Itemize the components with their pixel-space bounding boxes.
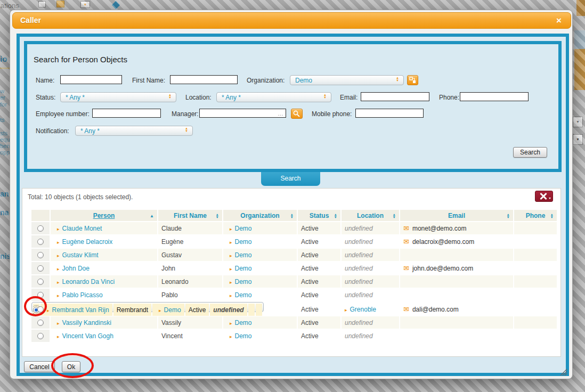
first-name-cell: Leonardo — [158, 275, 222, 288]
link-arrow-icon: ▸ — [230, 266, 232, 272]
row-radio-button[interactable] — [37, 333, 44, 339]
person-link[interactable]: Claude Monet — [62, 225, 102, 232]
person-cell: ▸Rembrandt Van Rijn — [40, 304, 112, 316]
radio-cell — [31, 235, 50, 248]
notification-label: Notification: — [36, 127, 69, 135]
person-link[interactable]: Eugène Delacroix — [62, 238, 113, 246]
location-undefined: undefined — [345, 319, 373, 326]
envelope-icon: ✉ — [403, 238, 409, 246]
status-cell: Active — [298, 222, 340, 234]
person-link[interactable]: Pablo Picasso — [62, 291, 103, 299]
name-input[interactable] — [60, 75, 122, 84]
organization-select-value: Demo — [295, 77, 312, 84]
magnifier-icon — [291, 109, 302, 118]
organization-link[interactable]: Demo — [235, 332, 252, 340]
row-radio-button[interactable] — [37, 252, 44, 258]
email-cell — [400, 316, 513, 329]
column-header-status[interactable]: Status▲▼ — [298, 210, 340, 221]
column-header-first-name[interactable]: First Name▲▼ — [158, 210, 222, 221]
person-cell: ▸Pablo Picasso — [51, 289, 157, 301]
first-name-cell: Vassily — [158, 316, 222, 329]
organization-link[interactable]: Demo — [235, 251, 252, 259]
column-header-person[interactable]: Person▲ — [51, 210, 157, 221]
person-link[interactable]: Gustav Klimt — [62, 251, 99, 259]
resize-handle-icon[interactable] — [558, 367, 568, 377]
location-undefined: undefined — [345, 278, 373, 285]
column-header-organization[interactable]: Organization▲▼ — [223, 210, 297, 221]
link-arrow-icon: ▸ — [57, 253, 60, 258]
phone-input[interactable] — [460, 92, 529, 101]
close-icon[interactable]: × — [554, 15, 564, 26]
status-select-value: * Any * — [66, 94, 85, 101]
organization-link[interactable]: Demo — [235, 291, 252, 299]
organization-link[interactable]: Demo — [235, 265, 252, 272]
search-button[interactable]: Search — [513, 147, 547, 158]
sort-asc-icon: ▲ — [150, 213, 154, 218]
sort-both-icon: ▲▼ — [393, 213, 396, 218]
phone-cell — [514, 316, 557, 329]
organization-cell: ▸Demo — [223, 262, 297, 274]
location-link[interactable]: Grenoble — [350, 306, 376, 313]
ok-button[interactable]: Ok — [62, 361, 80, 372]
link-arrow-icon: ▸ — [230, 334, 232, 339]
row-radio-button[interactable] — [37, 265, 44, 272]
status-select[interactable]: * Any * ▲▼ — [60, 92, 176, 102]
radio-cell — [31, 275, 50, 288]
column-header-email[interactable]: Email▲▼ — [400, 210, 513, 221]
location-cell: undefined — [342, 235, 399, 248]
results-panel: Total: 10 objects (1 objects selected). … — [22, 188, 561, 357]
organization-link[interactable]: Demo — [235, 225, 252, 232]
dialog-titlebar[interactable]: Caller × — [12, 12, 571, 29]
status-cell: Active — [298, 249, 340, 261]
column-header-phone[interactable]: Phone▲▼ — [514, 210, 557, 221]
row-radio-button[interactable] — [37, 292, 44, 298]
person-link[interactable]: Vassily Kandinski — [62, 319, 111, 326]
search-tab[interactable]: Search — [261, 172, 320, 186]
person-cell: ▸Gustav Klimt — [51, 249, 157, 261]
row-radio-button[interactable] — [37, 279, 44, 285]
phone-cell — [514, 303, 557, 315]
person-link[interactable]: John Doe — [62, 265, 90, 272]
column-header-location[interactable]: Location▲▼ — [342, 210, 399, 221]
organization-cell: ▸Demo — [223, 316, 297, 329]
location-cell: undefined — [342, 249, 399, 261]
status-cell: Active — [298, 289, 340, 301]
location-cell: ▸Grenoble — [342, 303, 399, 315]
location-select[interactable]: * Any * ▲▼ — [216, 92, 331, 102]
notification-select[interactable]: * Any * ▲▼ — [75, 126, 193, 136]
first-name-input[interactable] — [170, 75, 238, 84]
location-undefined: undefined — [345, 291, 373, 299]
cancel-button[interactable]: Cancel — [24, 361, 55, 372]
table-row: ▸Gustav KlimtGustav▸DemoActiveundefined — [31, 249, 557, 261]
person-cell: ▸Leonardo Da Vinci — [51, 275, 157, 288]
radio-cell — [31, 316, 50, 329]
row-radio-button[interactable] — [37, 225, 44, 232]
phone-label: Phone: — [439, 94, 459, 101]
phone-cell — [514, 275, 557, 288]
manager-search-button[interactable] — [291, 109, 303, 119]
employee-number-input[interactable] — [92, 109, 161, 118]
organization-link[interactable]: Demo — [164, 306, 181, 314]
row-radio-button[interactable] — [37, 239, 44, 245]
email-text: john.doe@demo.com — [412, 265, 473, 272]
first-name-cell: Pablo — [158, 289, 222, 301]
organization-tree-button[interactable] — [407, 75, 418, 85]
email-cell — [400, 289, 513, 301]
row-radio-button[interactable] — [37, 320, 44, 326]
manager-input[interactable]: … — [199, 109, 286, 118]
location-select-value: * Any * — [222, 94, 241, 101]
tools-icon — [535, 191, 552, 201]
organization-link[interactable]: Demo — [235, 319, 252, 326]
phone-cell — [514, 235, 557, 248]
person-link[interactable]: Rembrandt Van Rijn — [52, 306, 109, 314]
table-tools-button[interactable] — [535, 191, 553, 202]
email-input[interactable] — [361, 92, 429, 101]
first-name-cell: Rembrandt — [113, 304, 151, 316]
person-link[interactable]: Vincent Van Gogh — [62, 332, 113, 340]
link-arrow-icon: ▸ — [230, 293, 232, 298]
organization-link[interactable]: Demo — [235, 238, 252, 246]
organization-link[interactable]: Demo — [235, 278, 252, 285]
mobile-phone-input[interactable] — [355, 109, 424, 118]
organization-select[interactable]: Demo ▲▼ — [290, 75, 404, 85]
person-link[interactable]: Leonardo Da Vinci — [62, 278, 115, 285]
